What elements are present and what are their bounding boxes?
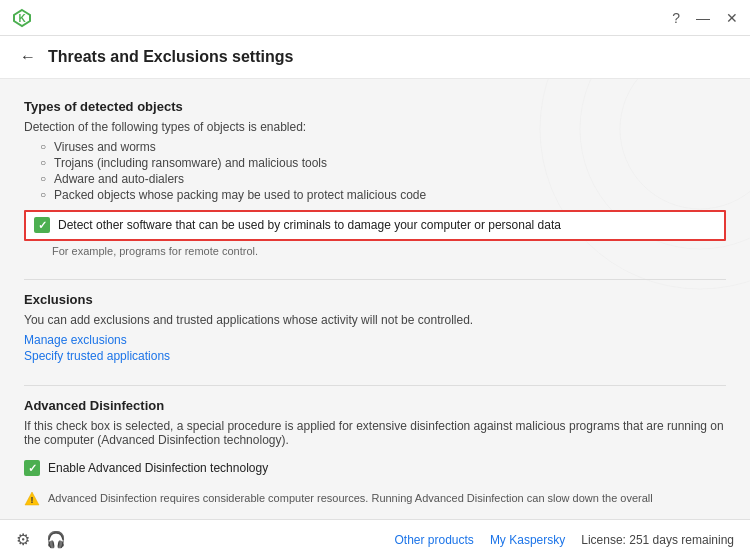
- list-item: Viruses and worms: [40, 140, 726, 154]
- exclusions-desc: You can add exclusions and trusted appli…: [24, 313, 726, 327]
- my-kaspersky-link[interactable]: My Kaspersky: [490, 533, 565, 547]
- svg-text:!: !: [31, 495, 34, 505]
- title-bar-controls: ? — ✕: [672, 10, 738, 26]
- detected-objects-title: Types of detected objects: [24, 99, 726, 114]
- enable-advanced-disinfection-row[interactable]: Enable Advanced Disinfection technology: [24, 455, 726, 482]
- manage-exclusions-link[interactable]: Manage exclusions: [24, 333, 726, 347]
- detect-other-software-label: Detect other software that can be used b…: [58, 217, 561, 234]
- detect-other-software-row[interactable]: Detect other software that can be used b…: [24, 210, 726, 241]
- license-info: License: 251 days remaining: [581, 533, 734, 547]
- warning-row: ! Advanced Disinfection requires conside…: [24, 490, 726, 507]
- detect-other-software-checkbox[interactable]: [34, 217, 50, 233]
- support-icon[interactable]: 🎧: [46, 530, 66, 549]
- title-bar: K ? — ✕: [0, 0, 750, 36]
- specify-trusted-applications-link[interactable]: Specify trusted applications: [24, 349, 726, 363]
- back-button[interactable]: ←: [20, 48, 36, 66]
- exclusions-title: Exclusions: [24, 292, 726, 307]
- svg-text:K: K: [18, 13, 26, 24]
- list-item: Packed objects whose packing may be used…: [40, 188, 726, 202]
- page-header: ← Threats and Exclusions settings: [0, 36, 750, 79]
- list-item: Adware and auto-dialers: [40, 172, 726, 186]
- detect-other-software-subnote: For example, programs for remote control…: [24, 245, 726, 257]
- enable-advanced-disinfection-label: Enable Advanced Disinfection technology: [48, 460, 268, 477]
- section-exclusions: Exclusions You can add exclusions and tr…: [24, 292, 726, 363]
- footer-links: Other products My Kaspersky License: 251…: [395, 533, 735, 547]
- section-advanced-disinfection: Advanced Disinfection If this check box …: [24, 398, 726, 507]
- main-content: Types of detected objects Detection of t…: [0, 79, 750, 519]
- warning-icon: !: [24, 491, 40, 507]
- kaspersky-logo-icon: K: [12, 8, 32, 28]
- page-title: Threats and Exclusions settings: [48, 48, 293, 66]
- detected-objects-list: Viruses and worms Trojans (including ran…: [24, 140, 726, 202]
- advanced-disinfection-title: Advanced Disinfection: [24, 398, 726, 413]
- list-item: Trojans (including ransomware) and malic…: [40, 156, 726, 170]
- close-button[interactable]: ✕: [726, 10, 738, 26]
- enable-advanced-disinfection-checkbox[interactable]: [24, 460, 40, 476]
- footer: ⚙ 🎧 Other products My Kaspersky License:…: [0, 519, 750, 559]
- title-bar-left: K: [12, 8, 32, 28]
- section-detected-objects: Types of detected objects Detection of t…: [24, 99, 726, 257]
- warning-text: Advanced Disinfection requires considera…: [48, 490, 653, 507]
- detected-objects-desc: Detection of the following types of obje…: [24, 120, 726, 134]
- settings-icon[interactable]: ⚙: [16, 530, 30, 549]
- advanced-disinfection-desc: If this check box is selected, a special…: [24, 419, 726, 447]
- minimize-button[interactable]: —: [696, 10, 710, 26]
- other-products-link[interactable]: Other products: [395, 533, 474, 547]
- divider-2: [24, 385, 726, 386]
- divider-1: [24, 279, 726, 280]
- help-button[interactable]: ?: [672, 10, 680, 26]
- footer-left: ⚙ 🎧: [16, 530, 66, 549]
